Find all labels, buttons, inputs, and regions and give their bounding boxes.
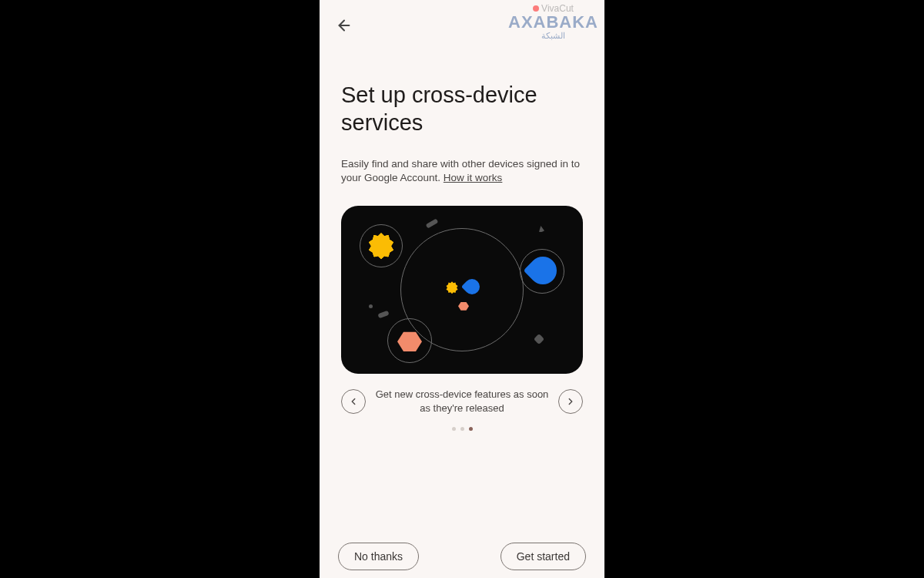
page-title: Set up cross-device services bbox=[341, 81, 583, 137]
carousel-prev-button[interactable] bbox=[341, 389, 366, 414]
back-button[interactable] bbox=[333, 15, 355, 36]
content-area: Set up cross-device services Easily find… bbox=[320, 50, 604, 530]
arrow-left-icon bbox=[336, 17, 353, 34]
particle-icon bbox=[377, 311, 389, 318]
get-started-button[interactable]: Get started bbox=[500, 543, 586, 570]
watermark: VivaCut AXABAKA الشبكة bbox=[508, 3, 598, 41]
watermark-line3: الشبكة bbox=[541, 31, 565, 41]
particle-icon bbox=[534, 334, 544, 344]
chevron-left-icon bbox=[348, 396, 359, 407]
description-text: Easily find and share with other devices… bbox=[341, 157, 583, 187]
carousel-caption: Get new cross-device features as soon as… bbox=[370, 388, 554, 415]
illustration-card bbox=[341, 206, 583, 374]
page-dot-active[interactable] bbox=[469, 427, 473, 431]
setup-screen: VivaCut AXABAKA الشبكة Set up cross-devi… bbox=[320, 0, 604, 578]
carousel-controls: Get new cross-device features as soon as… bbox=[341, 388, 583, 415]
page-dot[interactable] bbox=[452, 427, 456, 431]
how-it-works-link[interactable]: How it works bbox=[444, 172, 503, 183]
page-indicator bbox=[341, 427, 583, 431]
carousel-next-button[interactable] bbox=[558, 389, 583, 414]
chevron-right-icon bbox=[565, 396, 576, 407]
particle-icon bbox=[426, 219, 439, 229]
particle-icon bbox=[537, 226, 544, 233]
particle-icon bbox=[369, 304, 373, 308]
page-dot[interactable] bbox=[460, 427, 464, 431]
footer-actions: No thanks Get started bbox=[320, 530, 604, 578]
watermark-line2: AXABAKA bbox=[508, 14, 598, 31]
top-bar: VivaCut AXABAKA الشبكة bbox=[320, 0, 604, 50]
no-thanks-button[interactable]: No thanks bbox=[338, 543, 419, 570]
